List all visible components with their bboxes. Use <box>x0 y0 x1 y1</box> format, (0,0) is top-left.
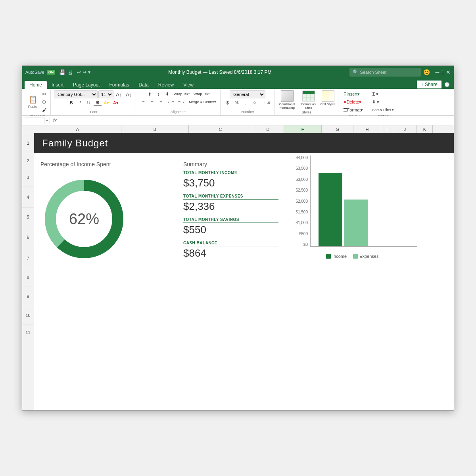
format-button[interactable]: ☰ Format ▾ <box>342 106 365 113</box>
cut-button[interactable]: ✂ <box>40 90 48 98</box>
row-num-9[interactable]: 9 <box>22 286 34 306</box>
history-icon[interactable]: 🕐 <box>444 82 450 87</box>
tab-review[interactable]: Review <box>154 81 178 89</box>
sort-filter-button[interactable]: Sort & Filter ▾ <box>370 106 395 113</box>
tab-view[interactable]: View <box>178 81 198 89</box>
align-middle-button[interactable]: ↕ <box>155 90 163 98</box>
row-num-6[interactable]: 6 <box>22 226 34 248</box>
wrap-text-button[interactable]: Wrap Text <box>172 90 191 98</box>
wrap-text-label[interactable]: Wrap Text <box>192 90 211 98</box>
decrease-font-button[interactable]: A↓ <box>124 91 133 98</box>
insert-button[interactable]: ↧ Insert ▾ <box>342 90 362 98</box>
search-bar[interactable]: 🔍 <box>349 68 421 77</box>
autosave-toggle[interactable]: ON <box>47 70 56 75</box>
col-header-g[interactable]: H <box>353 125 381 133</box>
expenses-label: TOTAL MONTHLY EXPENSES <box>183 194 278 200</box>
balance-label: CASH BALANCE <box>183 241 278 246</box>
comma-button[interactable]: , <box>242 99 250 106</box>
right-align-button[interactable]: ≡ <box>157 98 165 106</box>
col-header-h[interactable]: I <box>381 125 393 133</box>
left-align-button[interactable]: ≡ <box>139 98 147 106</box>
window-controls: ─ □ ✕ <box>436 69 451 75</box>
col-header-c[interactable]: C <box>189 125 252 133</box>
fill-button[interactable]: ⬇ ▾ <box>370 98 381 106</box>
bold-button[interactable]: B <box>67 99 75 106</box>
underline-button[interactable]: U <box>85 99 93 106</box>
save-icon[interactable]: 💾 <box>59 69 65 75</box>
alignment-group: ⬆ ↕ ⬇ Wrap Text Wrap Text ≡ ≡ ≡ ←≡ ≡→ Me… <box>137 90 220 115</box>
font-size-selector[interactable]: 11 <box>98 90 113 98</box>
align-top-button[interactable]: ⬆ <box>146 90 154 98</box>
search-input[interactable] <box>360 70 418 75</box>
percent-button[interactable]: % <box>233 99 241 106</box>
formula-bar: F22 ▾ fx <box>22 116 454 125</box>
col-header-b[interactable]: B <box>121 125 189 133</box>
row-num-4[interactable]: 4 <box>22 186 34 208</box>
increase-font-button[interactable]: A↑ <box>114 91 123 98</box>
center-align-button[interactable]: ≡ <box>148 98 156 106</box>
minimize-button[interactable]: ─ <box>436 69 440 75</box>
percentage-label: Percentage of Income Spent <box>40 161 167 167</box>
tab-formulas[interactable]: Formulas <box>104 81 134 89</box>
cell-styles-icon[interactable] <box>322 90 334 102</box>
paste-button[interactable]: 📋 Paste <box>26 92 39 111</box>
col-header-a[interactable]: A <box>34 125 121 133</box>
row-num-10[interactable]: 10 <box>22 306 34 324</box>
cell-reference[interactable]: F22 <box>24 117 44 124</box>
increase-decimal-button[interactable]: .0→ <box>251 99 261 106</box>
format-painter-button[interactable]: 🖌 <box>40 106 48 113</box>
copy-button[interactable]: ⬡ <box>40 98 48 106</box>
col-header-e-selected[interactable]: F <box>284 125 322 133</box>
close-button[interactable]: ✕ <box>446 69 451 75</box>
expenses-value: $2,336 <box>183 200 278 213</box>
row-num-2[interactable]: 2 <box>22 153 34 168</box>
tab-page-layout[interactable]: Page Layout <box>68 81 104 89</box>
increase-indent-button[interactable]: ≡→ <box>177 98 186 106</box>
row-num-7[interactable]: 7 <box>22 248 34 268</box>
y-label-2500: $2,500 <box>296 188 308 192</box>
tab-home[interactable]: Home <box>25 81 47 89</box>
conditional-formatting-icon[interactable] <box>281 90 294 102</box>
border-button[interactable]: ⊞ <box>94 99 102 106</box>
font-group: Century Got... 11 A↑ A↓ B I U ⊞ A▾ A▾ Fo… <box>52 90 136 115</box>
merge-center-button[interactable]: Merge & Center▾ <box>187 98 218 106</box>
col-header-j[interactable]: K <box>417 125 433 133</box>
undo-button[interactable]: ↩ <box>77 69 81 75</box>
font-selector[interactable]: Century Got... <box>54 90 98 98</box>
maximize-button[interactable]: □ <box>441 69 444 75</box>
decrease-indent-button[interactable]: ←≡ <box>165 98 175 106</box>
tab-insert[interactable]: Insert <box>47 81 68 89</box>
income-label: TOTAL MONTHLY INCOME <box>183 171 278 176</box>
y-label-500: $500 <box>299 232 308 236</box>
undo-redo: ↩ ↪ ▾ <box>77 69 90 75</box>
income-value: $3,750 <box>183 177 278 189</box>
format-as-table-button[interactable] <box>302 90 315 102</box>
print-icon[interactable]: 🖨 <box>68 69 73 75</box>
formula-input[interactable] <box>60 118 452 123</box>
bar-chart: $4,000 $3,500 $3,000 $2,500 $2,000 $1,50… <box>294 155 421 259</box>
delete-button[interactable]: ✕ Delete ▾ <box>342 98 363 106</box>
sum-button[interactable]: Σ ▾ <box>370 90 380 98</box>
col-header-f[interactable]: G <box>322 125 353 133</box>
col-header-i[interactable]: J <box>393 125 417 133</box>
customize-qat-icon[interactable]: ▾ <box>88 69 90 75</box>
align-bottom-button[interactable]: ⬇ <box>163 90 171 98</box>
redo-button[interactable]: ↪ <box>83 69 86 75</box>
row-num-11[interactable]: 11 <box>22 324 34 340</box>
share-button[interactable]: ↑ Share <box>416 80 442 89</box>
row-num-3[interactable]: 3 <box>22 168 34 186</box>
row-num-5[interactable]: 5 <box>22 208 34 226</box>
row-num-1[interactable]: 1 <box>22 133 34 153</box>
decrease-decimal-button[interactable]: ←.0 <box>262 99 272 106</box>
font-color-button[interactable]: A▾ <box>111 99 120 106</box>
fill-color-button[interactable]: A▾ <box>102 99 111 106</box>
currency-button[interactable]: $ <box>224 99 232 106</box>
tab-data[interactable]: Data <box>134 81 153 89</box>
col-header-d[interactable]: D <box>252 125 284 133</box>
summary-label: Summary <box>183 161 278 167</box>
expand-formula-icon[interactable]: ▾ <box>46 118 48 123</box>
row-num-8[interactable]: 8 <box>22 268 34 286</box>
italic-button[interactable]: I <box>76 99 84 106</box>
summary-item-savings: TOTAL MONTHLY SAVINGS $550 <box>183 217 278 236</box>
number-format-selector[interactable]: General <box>230 90 265 98</box>
